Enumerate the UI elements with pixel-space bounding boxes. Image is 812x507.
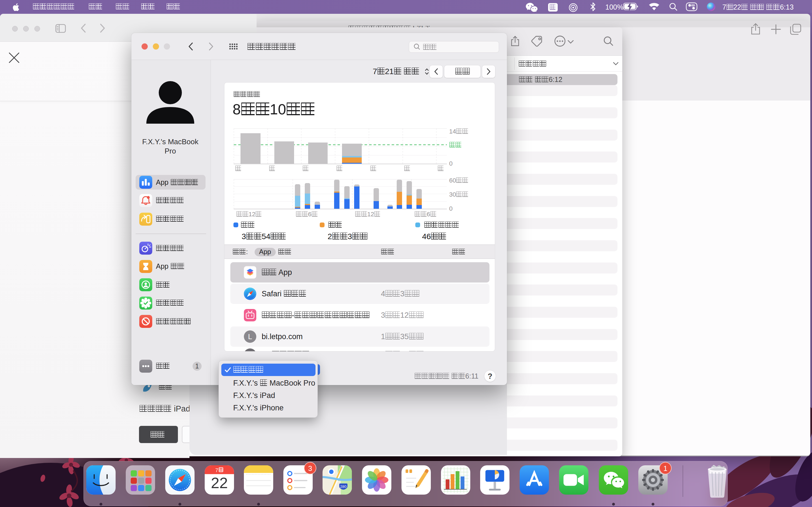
svg-text:280: 280 [340,485,347,489]
svg-text:7: 7 [215,467,218,473]
svg-text:22: 22 [211,474,228,491]
